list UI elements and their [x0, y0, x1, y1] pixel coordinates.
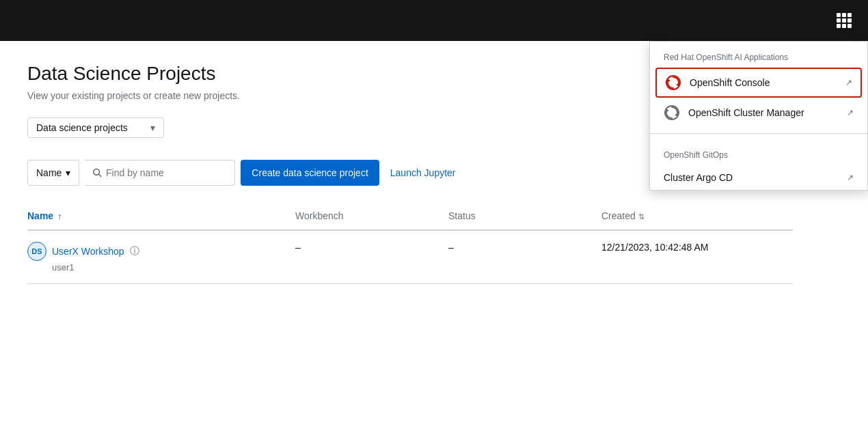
th-name-label: Name [27, 210, 53, 221]
project-created-value: 12/21/2023, 10:42:48 AM [601, 242, 708, 253]
openshift-console-icon [665, 74, 681, 91]
project-workbench-value: – [295, 242, 301, 253]
filter-chevron-icon: ▾ [66, 167, 70, 178]
table-row: DS UserX Workshop ⓘ user1 – – 12/21/2023… [27, 230, 793, 284]
project-badge: DS [27, 242, 46, 261]
project-type-selector[interactable]: Data science projects ▾ [27, 117, 164, 138]
top-navigation: Red Hat OpenShift AI Applications OpenSh… [0, 0, 868, 41]
table-body: DS UserX Workshop ⓘ user1 – – 12/21/2023… [27, 230, 793, 284]
filter-type-dropdown[interactable]: Name ▾ [27, 160, 79, 186]
dropdown-section-title-1: Red Hat OpenShift AI Applications [650, 42, 867, 68]
project-status-cell: – [448, 230, 601, 284]
project-created-cell: 12/21/2023, 10:42:48 AM [601, 230, 793, 284]
th-workbench: Workbench [295, 202, 448, 230]
th-sort-unsorted-icon: ⇅ [638, 212, 645, 221]
app-dropdown-panel: Red Hat OpenShift AI Applications OpenSh… [649, 41, 868, 191]
cluster-argo-cd-label: Cluster Argo CD [664, 172, 839, 183]
th-created-label: Created [601, 210, 636, 221]
openshift-console-item[interactable]: OpenShift Console ↗ [655, 68, 862, 98]
openshift-cluster-manager-item[interactable]: OpenShift Cluster Manager ↗ [650, 98, 867, 128]
project-type-label: Data science projects [36, 122, 145, 133]
search-input-wrap [85, 160, 235, 186]
filter-type-label: Name [36, 167, 62, 178]
th-status-label: Status [448, 210, 476, 221]
app-menu-button[interactable] [831, 8, 857, 33]
th-name[interactable]: Name ↑ [27, 202, 295, 230]
projects-table: Name ↑ Workbench Status Created ⇅ [27, 202, 793, 284]
info-icon[interactable]: ⓘ [130, 245, 139, 257]
grid-icon [837, 13, 852, 28]
search-icon [93, 168, 102, 178]
th-status: Status [448, 202, 601, 230]
project-owner: user1 [27, 262, 284, 272]
th-created[interactable]: Created ⇅ [601, 202, 793, 230]
openshift-console-label: OpenShift Console [690, 77, 837, 88]
chevron-down-icon: ▾ [150, 122, 155, 133]
create-project-button[interactable]: Create data science project [241, 160, 379, 186]
openshift-cluster-label: OpenShift Cluster Manager [688, 107, 839, 118]
launch-jupyter-link[interactable]: Launch Jupyter [385, 163, 461, 183]
th-sort-asc-icon: ↑ [57, 211, 62, 221]
external-link-icon-cluster: ↗ [847, 108, 854, 117]
project-name-link[interactable]: UserX Workshop [52, 246, 124, 257]
project-status-value: – [448, 242, 454, 253]
th-workbench-label: Workbench [295, 210, 344, 221]
search-input[interactable] [106, 167, 226, 178]
table-header: Name ↑ Workbench Status Created ⇅ [27, 202, 793, 230]
cluster-argo-cd-item[interactable]: Cluster Argo CD ↗ [650, 165, 867, 190]
dropdown-divider [650, 133, 867, 134]
external-link-icon-console: ↗ [845, 78, 852, 87]
external-link-icon-argo: ↗ [847, 173, 854, 182]
project-workbench-cell: – [295, 230, 448, 284]
openshift-cluster-icon [664, 104, 680, 121]
dropdown-section-title-2: OpenShift GitOps [650, 139, 867, 165]
project-name-cell: DS UserX Workshop ⓘ user1 [27, 230, 295, 284]
